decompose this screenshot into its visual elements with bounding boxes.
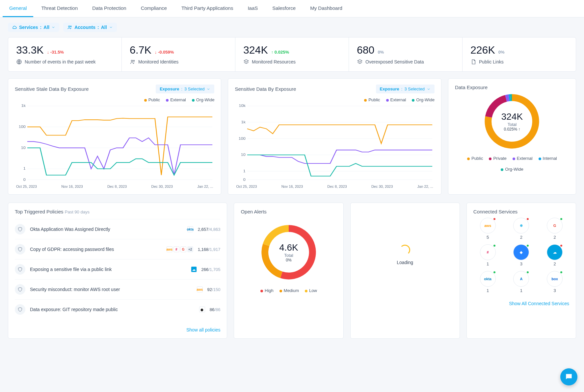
service-jira[interactable]: ◆3	[507, 244, 536, 266]
services-value: All	[43, 25, 49, 30]
kpi-card[interactable]: 324K↑ 0.025% Monitored Resources	[235, 37, 349, 71]
policy-name: Security misconduct: monitor AWS root us…	[30, 287, 192, 292]
policy-count: 92/150	[207, 287, 221, 292]
policy-apps: okta	[187, 226, 193, 232]
filter-bar: Services: All Accounts: All	[0, 17, 584, 37]
kpi-card[interactable]: 6.7K↓ -0.059% Monitored Identities	[122, 37, 235, 71]
layers-icon	[357, 59, 363, 65]
layers-icon	[243, 59, 249, 65]
card-sensitive-data: Sensitive Data By Exposure Exposure: 3 S…	[228, 78, 441, 195]
kpi-label: Monitored Resources	[252, 59, 296, 64]
subtitle: Past 90 days	[65, 209, 90, 214]
kpi-card[interactable]: 226K0% Public Links	[463, 37, 576, 71]
svg-text:100: 100	[19, 125, 26, 129]
donut-delta: 0%	[286, 258, 291, 262]
legend-item: Low	[305, 288, 317, 293]
policy-count: 86/86	[210, 307, 221, 312]
policy-row[interactable]: Data exposure: GIT repository made publi…	[15, 299, 220, 319]
users-icon	[130, 59, 136, 65]
legend-item: Internal	[539, 156, 557, 161]
policy-name: Exposing a sensitive file via a public l…	[30, 267, 186, 272]
kpi-card[interactable]: 33.3K↓ -31.5% Number of events in the pa…	[8, 37, 122, 71]
kpi-card[interactable]: 6800% Overexposed Sensitive Data	[349, 37, 463, 71]
service-slack[interactable]: #1	[473, 244, 502, 266]
kpi-value: 226K	[470, 44, 495, 56]
policy-apps: ☁	[191, 266, 197, 272]
policy-count: 266/1,705	[201, 267, 221, 272]
policy-count: 2,657/4,863	[198, 227, 221, 232]
kpi-value: 33.3K	[16, 44, 44, 56]
card-policies: Top Triggered Policies Past 90 days Okta…	[8, 203, 227, 339]
kpi-value: 680	[357, 44, 374, 56]
donut-chart: 4.6K Total 0%	[257, 221, 320, 283]
donut-value: 4.6K	[279, 242, 298, 253]
svg-text:1: 1	[23, 167, 26, 170]
more-apps: +2	[187, 246, 193, 252]
accounts-filter[interactable]: Accounts: All	[63, 23, 117, 32]
policy-row[interactable]: Okta Application Was Assigned Directly o…	[15, 219, 220, 239]
policy-name: Okta Application Was Assigned Directly	[30, 227, 183, 232]
svg-text:0: 0	[243, 178, 246, 182]
chevron-down-icon	[109, 25, 113, 29]
tab-data-protection[interactable]: Data Protection	[86, 0, 133, 17]
services-filter[interactable]: Services: All	[8, 23, 59, 32]
svg-text:1k: 1k	[21, 104, 26, 108]
kpi-delta: ↓ -31.5%	[47, 50, 64, 55]
tab-salesforce[interactable]: Salesforce	[266, 0, 302, 17]
slack-icon: #	[173, 246, 179, 252]
policy-row[interactable]: Copy of GDPR: accessing password files a…	[15, 239, 220, 259]
users-icon	[67, 25, 72, 30]
service-snowflake[interactable]: ❄2	[507, 218, 536, 240]
policy-apps: aws	[197, 286, 203, 292]
policy-row[interactable]: Exposing a sensitive file via a public l…	[15, 259, 220, 279]
legend-item: Org-Wide	[501, 167, 523, 172]
svg-text:10: 10	[241, 153, 246, 157]
show-all-services-link[interactable]: Show All Connected Services	[473, 301, 569, 306]
tab-general[interactable]: General	[3, 0, 33, 17]
svg-point-4	[133, 60, 135, 61]
google-icon: G	[180, 246, 186, 252]
spinner-icon	[400, 245, 410, 255]
service-salesforce[interactable]: ☁2	[540, 244, 569, 266]
globe-icon	[16, 59, 22, 65]
card-open-alerts: Open Alerts 4.6K Total 0% HighMediumLow	[234, 203, 343, 339]
tab-my-dashboard[interactable]: My Dashboard	[304, 0, 349, 17]
card-data-exposure: Data Exposure 324K Total 0.025% ↑ Public…	[448, 78, 576, 195]
tab-iaas[interactable]: IaaS	[241, 0, 264, 17]
tab-third-party-applications[interactable]: Third Party Applications	[175, 0, 240, 17]
svg-text:0: 0	[23, 178, 26, 182]
legend-item: Org-Wide	[412, 97, 435, 102]
legend-item: Private	[489, 156, 506, 161]
tab-compliance[interactable]: Compliance	[134, 0, 173, 17]
service-count: 3	[554, 288, 556, 293]
kpi-label: Overexposed Sensitive Data	[365, 59, 424, 64]
service-box[interactable]: box3	[540, 271, 569, 293]
service-aws[interactable]: aws5	[473, 218, 502, 240]
svg-text:10: 10	[21, 146, 26, 150]
donut-value: 324K	[501, 111, 523, 122]
chart-legend: PublicExternalOrg-Wide	[15, 97, 214, 102]
bottom-grid: Top Triggered Policies Past 90 days Okta…	[0, 203, 584, 347]
policy-count: 1,168/1,917	[198, 247, 221, 252]
legend-item: Public	[144, 97, 160, 102]
donut-chart: 324K Total 0.025% ↑	[481, 90, 543, 153]
line-chart: 01101001k	[15, 104, 214, 183]
chevron-down-icon	[51, 25, 55, 29]
policy-row[interactable]: Security misconduct: monitor AWS root us…	[15, 279, 220, 299]
tab-threat-detection[interactable]: Threat Detection	[35, 0, 84, 17]
service-count: 5	[487, 235, 489, 240]
service-google[interactable]: G2	[540, 218, 569, 240]
card-title: Connected Services	[473, 209, 569, 214]
snowflake-icon: ❄	[513, 218, 529, 233]
kpi-value: 324K	[243, 44, 268, 56]
svg-text:1k: 1k	[241, 120, 246, 124]
donut-delta: 0.025% ↑	[504, 127, 520, 132]
service-okta[interactable]: okta1	[473, 271, 502, 293]
legend-item: Public	[467, 156, 483, 161]
svg-text:1: 1	[243, 169, 246, 173]
exposure-filter-btn[interactable]: Exposure: 3 Selected	[156, 85, 214, 93]
service-azure[interactable]: A1	[507, 271, 536, 293]
show-all-policies-link[interactable]: Show all policies	[15, 327, 220, 332]
svg-point-3	[131, 60, 133, 62]
exposure-filter-btn[interactable]: Exposure: 3 Selected	[376, 85, 435, 93]
